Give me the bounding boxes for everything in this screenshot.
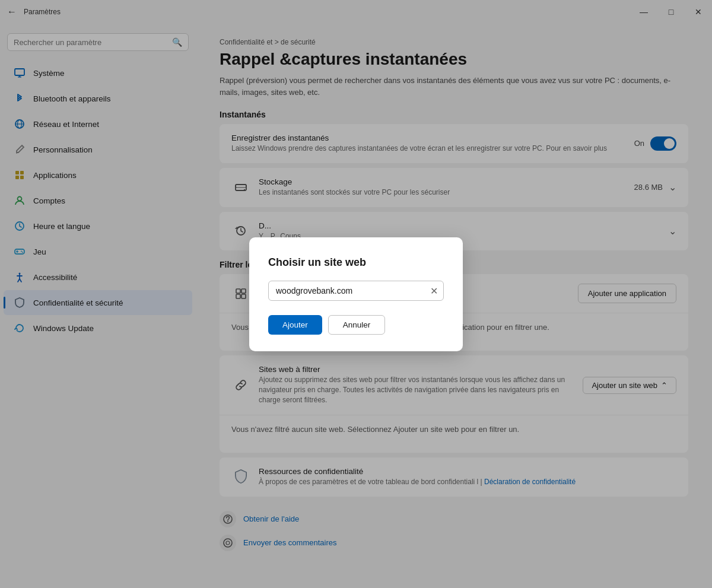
cancel-button[interactable]: Annuler [328, 315, 386, 335]
modal-actions: Ajouter Annuler [268, 315, 444, 335]
modal-input-wrap: ✕ [268, 281, 444, 301]
modal-title: Choisir un site web [268, 256, 444, 269]
add-website-button[interactable]: Ajouter [268, 315, 322, 335]
website-input[interactable] [268, 281, 444, 301]
choose-website-modal: Choisir un site web ✕ Ajouter Annuler [249, 237, 463, 351]
modal-overlay[interactable]: Choisir un site web ✕ Ajouter Annuler [0, 0, 712, 588]
clear-input-icon[interactable]: ✕ [430, 285, 438, 296]
